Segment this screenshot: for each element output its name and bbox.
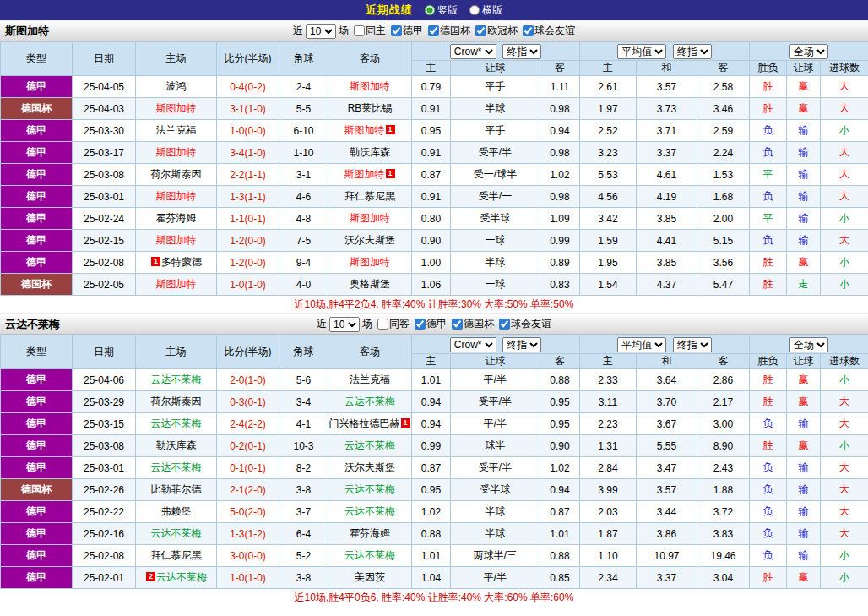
team-link[interactable]: 沃尔夫斯堡 [344,234,395,246]
team-link[interactable]: 云达不莱梅 [344,439,395,451]
team-link[interactable]: 霍芬海姆 [156,212,197,224]
home-team[interactable]: 斯图加特 [136,230,217,252]
filter-checkbox[interactable]: 德国杯 [427,24,470,38]
vertical-radio-input[interactable] [425,5,435,15]
filter-checkbox-input[interactable] [452,319,463,330]
team-link[interactable]: 法兰克福 [350,373,390,385]
filter-checkbox[interactable]: 同客 [377,317,410,331]
team-link[interactable]: 门兴格拉德巴赫 [329,417,400,429]
team-link[interactable]: 斯图加特 [156,278,197,290]
filter-checkbox[interactable]: 同主 [353,24,386,38]
home-team[interactable]: 斯图加特 [136,142,217,164]
home-team[interactable]: 拜仁慕尼黑 [136,545,217,567]
filter-checkbox-input[interactable] [415,319,426,330]
team-link[interactable]: 沃尔夫斯堡 [344,461,395,473]
euro-odds-time-select[interactable]: 终指 [673,337,712,352]
away-team[interactable]: 云达不莱梅 [328,435,412,457]
team-link[interactable]: 斯图加特 [350,212,390,224]
away-team[interactable]: 云达不莱梅 [328,391,412,413]
team-link[interactable]: 比勒菲尔德 [151,483,202,495]
team-link[interactable]: 荷尔斯泰因 [151,395,202,407]
team-link[interactable]: 美因茨 [355,571,385,583]
recent-count-select[interactable]: 10 [329,317,360,332]
away-team[interactable]: 斯图加特 [328,208,412,230]
asia-odds-source-select[interactable]: Crow* [450,44,496,59]
team-link[interactable]: 拜仁慕尼黑 [344,190,395,202]
home-team[interactable]: 斯图加特 [136,274,217,296]
team-link[interactable]: 斯图加特 [156,190,197,202]
filter-checkbox[interactable]: 德甲 [414,317,447,331]
home-team[interactable]: 波鸿 [136,76,217,98]
home-team[interactable]: 斯图加特 [136,98,217,120]
team-link[interactable]: 斯图加特 [156,102,197,114]
team-link[interactable]: RB莱比锡 [348,102,393,114]
asia-odds-source-select[interactable]: Crow* [450,337,496,352]
home-team[interactable]: 1多特蒙德 [136,252,217,274]
layout-radio-vertical[interactable]: 竖版 [425,3,458,18]
filter-checkbox-input[interactable] [391,25,402,36]
team-link[interactable]: 云达不莱梅 [151,527,202,539]
filter-checkbox[interactable]: 欧冠杯 [475,24,518,38]
team-link[interactable]: 奥格斯堡 [350,278,390,290]
away-team[interactable]: 斯图加特1 [328,164,412,186]
layout-radio-horizontal[interactable]: 横版 [469,3,502,18]
team-link[interactable]: 弗赖堡 [161,505,192,517]
home-team[interactable]: 荷尔斯泰因 [136,391,217,413]
team-link[interactable]: 云达不莱梅 [151,417,202,429]
recent-count-select[interactable]: 10 [306,24,336,39]
home-team[interactable]: 云达不莱梅 [136,523,217,545]
away-team[interactable]: 霍芬海姆 [328,523,412,545]
away-team[interactable]: 勒沃库森 [328,142,412,164]
away-team[interactable]: 云达不莱梅 [328,501,412,523]
home-team[interactable]: 2云达不莱梅 [136,567,217,589]
away-team[interactable]: 法兰克福 [328,369,412,391]
home-team[interactable]: 斯图加特 [136,186,217,208]
filter-checkbox[interactable]: 球会友谊 [522,24,575,38]
away-team[interactable]: 云达不莱梅 [328,479,412,501]
team-link[interactable]: 斯图加特 [344,168,385,180]
team-link[interactable]: 云达不莱梅 [344,395,395,407]
away-team[interactable]: 沃尔夫斯堡 [328,457,412,479]
team-link[interactable]: 多特蒙德 [161,256,202,268]
away-team[interactable]: 云达不莱梅 [328,545,412,567]
home-team[interactable]: 云达不莱梅 [136,413,217,435]
team-link[interactable]: 荷尔斯泰因 [151,168,202,180]
home-team[interactable]: 比勒菲尔德 [136,479,217,501]
team-link[interactable]: 斯图加特 [156,234,197,246]
team-link[interactable]: 云达不莱梅 [156,571,207,583]
home-team[interactable]: 法兰克福 [136,120,217,142]
team-link[interactable]: 云达不莱梅 [344,549,395,561]
away-team[interactable]: 斯图加特1 [328,120,412,142]
filter-checkbox[interactable]: 德国杯 [451,317,494,331]
away-team[interactable]: RB莱比锡 [328,98,412,120]
away-team[interactable]: 奥格斯堡 [328,274,412,296]
team-link[interactable]: 勒沃库森 [350,146,390,158]
team-link[interactable]: 云达不莱梅 [344,483,395,495]
team-link[interactable]: 波鸿 [166,80,187,92]
away-team[interactable]: 美因茨 [328,567,412,589]
team-link[interactable]: 斯图加特 [350,80,390,92]
home-team[interactable]: 云达不莱梅 [136,369,217,391]
result-scope-select[interactable]: 全场 [789,44,828,59]
filter-checkbox-input[interactable] [377,319,388,330]
away-team[interactable]: 门兴格拉德巴赫1 [328,413,412,435]
away-team[interactable]: 拜仁慕尼黑 [328,186,412,208]
filter-checkbox-input[interactable] [428,25,439,36]
team-link[interactable]: 斯图加特 [156,146,197,158]
filter-checkbox[interactable]: 球会友谊 [498,317,551,331]
horizontal-radio-input[interactable] [469,5,480,15]
home-team[interactable]: 荷尔斯泰因 [136,164,217,186]
home-team[interactable]: 云达不莱梅 [136,457,217,479]
asia-odds-time-select[interactable]: 终指 [502,44,541,59]
asia-odds-time-select[interactable]: 终指 [502,337,541,352]
away-team[interactable]: 斯图加特 [328,76,412,98]
team-link[interactable]: 法兰克福 [156,124,197,136]
team-link[interactable]: 霍芬海姆 [350,527,390,539]
team-link[interactable]: 拜仁慕尼黑 [151,549,202,561]
filter-checkbox[interactable]: 德甲 [390,24,423,38]
filter-checkbox-input[interactable] [475,25,486,36]
team-link[interactable]: 斯图加特 [344,124,385,136]
team-link[interactable]: 斯图加特 [350,256,390,268]
team-link[interactable]: 云达不莱梅 [151,373,202,385]
home-team[interactable]: 弗赖堡 [136,501,217,523]
